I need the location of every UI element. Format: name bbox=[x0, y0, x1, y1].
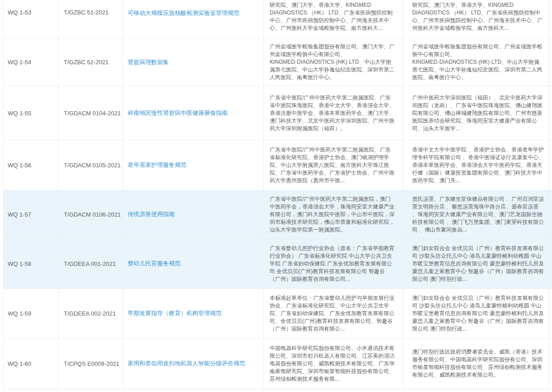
publish-date-cell: 2023-04-24 bbox=[549, 140, 552, 190]
standard-code-cell: T/GDACM 0106-2021 bbox=[58, 190, 123, 239]
standards-table-viewport: WQ 1-53 T/GZBC 51-2021 可移动大规模应急核酸检测实验室管理… bbox=[0, 0, 552, 392]
table-row: WQ 1-53 T/GZBC 51-2021 可移动大规模应急核酸检测实验室管理… bbox=[4, 0, 552, 38]
drafting-units-cell-2: 香港中文大学中医学院 、香港护士协会、香港老年学护理专科学院有限公司 、香港中医… bbox=[403, 140, 549, 190]
standard-code-cell: T/GDEEA 002-2021 bbox=[58, 288, 123, 338]
table-row: WQ 1-57 T/GDACM 0106-2021 传统凉茶使用指南 广东省中医… bbox=[4, 190, 552, 239]
standard-title-link[interactable]: 肾脏病理数据集 bbox=[128, 58, 169, 66]
standard-title-link[interactable]: 传统凉茶使用指南 bbox=[128, 210, 175, 218]
publish-date-cell: 2023-04-24 bbox=[549, 288, 552, 338]
drafting-units-cell: 广州金域医学检验集团股份有限公司、澳门大学、广州金域医学检验中心有限公司、KIN… bbox=[264, 38, 403, 86]
standard-title-cell: 早期发展指导（教育）机构管理规范 bbox=[123, 288, 264, 338]
publish-date-cell: 2023-04-24 bbox=[549, 86, 552, 140]
drafting-units-text: 中国电器科学研究院股份有限公司、小米通讯技术有限公司、深圳市杉川机器人有限公司、… bbox=[270, 345, 395, 383]
table-row: WQ 1-54 T/GZBC 52-2021 肾脏病理数据集 广州金域医学检验集… bbox=[4, 38, 552, 86]
standard-title-cell: 家用和类似用途扫地机器人智能分级评价规范 bbox=[123, 338, 264, 389]
standard-title-cell: 可移动大规模应急核酸检测实验室管理规范 bbox=[123, 0, 264, 38]
drafting-units-text-2: 研究院、澳门大学、香港大学、KINGMED DIAGNOSTICS （HK） L… bbox=[412, 1, 545, 32]
standard-title-link[interactable]: 老年居家护理服务规范 bbox=[128, 161, 186, 169]
wq-number-cell: WQ 1-56 bbox=[4, 140, 58, 190]
wq-number-cell: WQ 1-54 bbox=[4, 38, 58, 86]
drafting-units-text-2: 澳门妇女联合会 全优贝贝（广州）教育科技发展有限公司 沙梨头坊众托儿中心 港岛儿… bbox=[412, 294, 545, 333]
table-row: WQ 1-59 T/GDEEA 002-2021 早期发展指导（教育）机构管理规… bbox=[4, 288, 552, 338]
drafting-units-cell-2: 研究院、澳门大学、香港大学、KINGMED DIAGNOSTICS （HK） L… bbox=[403, 0, 549, 38]
drafting-units-text: 研究院、澳门大学、香港大学、KINGMED DIAGNOSTICS （HK） L… bbox=[270, 1, 395, 32]
wq-number-cell: WQ 1-53 bbox=[4, 0, 58, 38]
drafting-units-text-2: 广州中医药大学深圳医院（福田）、北京中医药大学深圳医院（龙岗）、广东省中医院珠海… bbox=[412, 94, 545, 132]
table-row: WQ 1-56 T/GDACM 0105-2021 老年居家护理服务规范 广东省… bbox=[4, 140, 552, 190]
drafting-units-cell: 广东省婴幼儿照护行业协会（原名：广东省早期教育行业协会） 广东省标准化研究院 中… bbox=[264, 239, 403, 288]
table-row: WQ 1-55 T/GDACM 0104-2021 岭南地区慢性肾脏病中医健康膳… bbox=[4, 86, 552, 140]
drafting-units-cell-2: 澳门妇女联合会 全优贝贝（广州）教育科技发展有限公司 沙梨头坊众托儿中心 港岛儿… bbox=[403, 239, 549, 288]
drafting-units-cell-2: 广州中医药大学深圳医院（福田）、北京中医药大学深圳医院（龙岗）、广东省中医院珠海… bbox=[403, 86, 549, 140]
wq-number-cell: WQ 1-58 bbox=[4, 239, 58, 288]
publish-date-cell: 2023-04-24 bbox=[549, 190, 552, 239]
drafting-units-text: 广东省婴幼儿照护行业协会（原名：广东省早期教育行业协会） 广东省标准化研究院 中… bbox=[270, 245, 395, 283]
standard-title-link[interactable]: 岭南地区慢性肾脏病中医健康膳食指南 bbox=[128, 109, 228, 117]
standard-code-cell: T/GDEEA 001-2021 bbox=[58, 239, 123, 288]
drafting-units-cell-2: 曾氏凉茶、广东健生堂保健品有限公司 、广州百润堂凉茶文明路分店 、黎恩凉茶海珠中… bbox=[403, 190, 549, 239]
drafting-units-cell: 广东省中医院/广州中医药大学第二附属医院、广东省中医院珠海医院、香港中文大学、香… bbox=[264, 86, 403, 140]
drafting-units-cell-2: 广州金域医学检验集团股份有限公司、广州金域医学检验中心有限公司、KINGMED·… bbox=[403, 38, 549, 86]
drafting-units-text-2: 香港中文大学中医学院 、香港护士协会、香港老年学护理专科学院有限公司 、香港中医… bbox=[412, 146, 545, 184]
drafting-units-cell: 研究院、澳门大学、香港大学、KINGMED DIAGNOSTICS （HK） L… bbox=[264, 0, 403, 38]
standards-table: WQ 1-53 T/GZBC 51-2021 可移动大规模应急核酸检测实验室管理… bbox=[3, 0, 552, 389]
drafting-units-cell: 中国电器科学研究院股份有限公司、小米通讯技术有限公司、深圳市杉川机器人有限公司、… bbox=[264, 338, 403, 389]
table-row: WQ 1-58 T/GDEEA 001-2021 婴幼儿托育服务规范 广东省婴幼… bbox=[4, 239, 552, 288]
drafting-units-cell: 广东省中医院/广州中医药大学第二附属医院，澳门中医药学会，香港浸会大学，珠海同安… bbox=[264, 190, 403, 239]
standard-title-cell: 传统凉茶使用指南 bbox=[123, 190, 264, 239]
publish-date-cell: 2023-04-24 bbox=[549, 38, 552, 86]
drafting-units-cell-2: 澳门特别行政区政府消费者委员会、威凯（香港）技术服务有限公司、中国电器科学研究院… bbox=[403, 338, 549, 389]
drafting-units-text-2: 曾氏凉茶、广东健生堂保健品有限公司 、广州百润堂凉茶文明路分店 、黎恩凉茶海珠中… bbox=[412, 195, 545, 234]
standard-title-cell: 婴幼儿托育服务规范 bbox=[123, 239, 264, 288]
table-row: WQ 1-60 T/CPQS E0009-2021 家用和类似用途扫地机器人智能… bbox=[4, 338, 552, 389]
standard-title-link[interactable]: 婴幼儿托育服务规范 bbox=[128, 260, 181, 268]
standard-title-link[interactable]: 早期发展指导（教育）机构管理规范 bbox=[128, 309, 222, 317]
drafting-units-text: 本标准起草单位：广东省婴幼儿照护与早期发展行业协会、广东省标准化研究院、中山大学… bbox=[270, 294, 395, 333]
standard-code-cell: T/GDACM 0104-2021 bbox=[58, 86, 123, 140]
standard-code-cell: T/CPQS E0009-2021 bbox=[58, 338, 123, 389]
standard-code-cell: T/GZBC 51-2021 bbox=[58, 0, 123, 38]
drafting-units-text: 广东省中医院/广州中医药大学第二附属医院、广东省标准化研究院、香港护士协会、澳门… bbox=[270, 146, 395, 184]
drafting-units-text-2: 广州金域医学检验集团股份有限公司、广州金域医学检验中心有限公司、KINGMED·… bbox=[412, 43, 545, 81]
publish-date-cell: 2023-04-24 bbox=[549, 0, 552, 38]
wq-number-cell: WQ 1-57 bbox=[4, 190, 58, 239]
drafting-units-cell-2: 澳门妇女联合会 全优贝贝（广州）教育科技发展有限公司 沙梨头坊众托儿中心 港岛儿… bbox=[403, 288, 549, 338]
standard-title-cell: 老年居家护理服务规范 bbox=[123, 140, 264, 190]
wq-number-cell: WQ 1-55 bbox=[4, 86, 58, 140]
publish-date-cell: 2023-04-24 bbox=[549, 239, 552, 288]
drafting-units-text: 广东省中医院/广州中医药大学第二附属医院、广东省中医院珠海医院、香港中文大学、香… bbox=[270, 94, 395, 132]
drafting-units-cell: 广东省中医院/广州中医药大学第二附属医院、广东省标准化研究院、香港护士协会、澳门… bbox=[264, 140, 403, 190]
drafting-units-text-2: 澳门妇女联合会 全优贝贝（广州）教育科技发展有限公司 沙梨头坊众托儿中心 港岛儿… bbox=[412, 245, 545, 283]
drafting-units-cell: 本标准起草单位：广东省婴幼儿照护与早期发展行业协会、广东省标准化研究院、中山大学… bbox=[264, 288, 403, 338]
standard-title-link[interactable]: 家用和类似用途扫地机器人智能分级评价规范 bbox=[128, 359, 245, 368]
standard-title-link[interactable]: 可移动大规模应急核酸检测实验室管理规范 bbox=[128, 9, 239, 17]
standard-code-cell: T/GDACM 0105-2021 bbox=[58, 140, 123, 190]
wq-number-cell: WQ 1-59 bbox=[4, 288, 58, 338]
drafting-units-text: 广州金域医学检验集团股份有限公司、澳门大学、广州金域医学检验中心有限公司、KIN… bbox=[270, 43, 395, 81]
standard-title-cell: 肾脏病理数据集 bbox=[123, 38, 264, 86]
publish-date-cell: 2023-04-24 bbox=[549, 338, 552, 389]
drafting-units-text: 广东省中医院/广州中医药大学第二附属医院，澳门中医药学会，香港浸会大学，珠海同安… bbox=[270, 195, 395, 234]
wq-number-cell: WQ 1-60 bbox=[4, 338, 58, 389]
standard-code-cell: T/GZBC 52-2021 bbox=[58, 38, 123, 86]
standard-title-cell: 岭南地区慢性肾脏病中医健康膳食指南 bbox=[123, 86, 264, 140]
drafting-units-text-2: 澳门特别行政区政府消费者委员会、威凯（香港）技术服务有限公司、中国电器科学研究院… bbox=[412, 348, 545, 379]
